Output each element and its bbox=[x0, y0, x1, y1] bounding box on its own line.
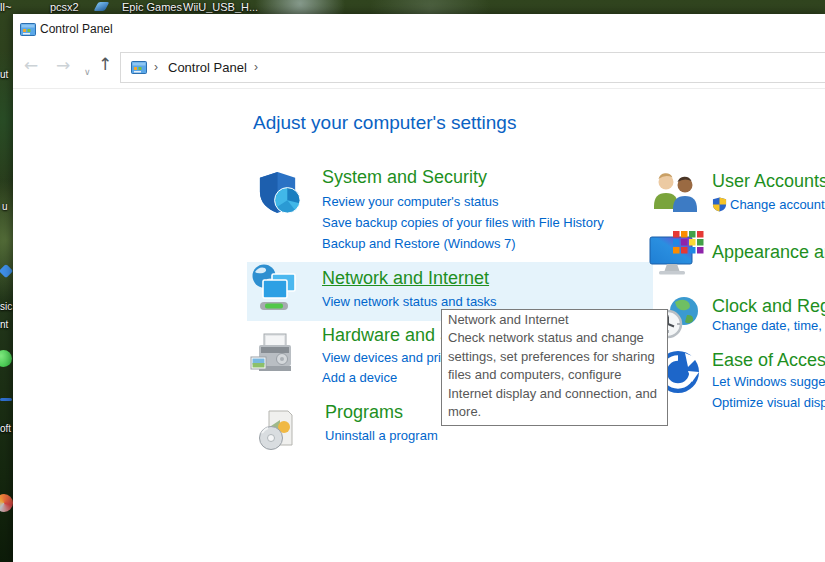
desktop-icon-fragment-bar bbox=[0, 398, 12, 401]
desktop-icon-label-epic-games[interactable]: Epic Games bbox=[122, 1, 182, 14]
recent-pages-dropdown[interactable]: ∨ bbox=[84, 60, 91, 79]
link-add-a-device[interactable]: Add a device bbox=[322, 370, 397, 385]
desktop-label-fragment: nt bbox=[0, 318, 8, 331]
category-user-accounts[interactable]: User Accounts bbox=[712, 171, 825, 192]
category-ease-of-access[interactable]: Ease of Access bbox=[712, 350, 825, 371]
desktop-label-fragment: u bbox=[2, 200, 8, 213]
category-network-and-internet[interactable]: Network and Internet bbox=[322, 268, 489, 289]
link-uninstall-program[interactable]: Uninstall a program bbox=[325, 428, 438, 443]
address-bar[interactable]: › Control Panel › bbox=[120, 52, 825, 83]
control-panel-icon bbox=[131, 60, 147, 76]
breadcrumb-control-panel[interactable]: Control Panel bbox=[168, 60, 247, 75]
link-change-account-type[interactable]: Change account type bbox=[730, 197, 825, 212]
up-button[interactable]: ↑ bbox=[98, 54, 112, 74]
network-internet-tooltip: Network and Internet Check network statu… bbox=[441, 309, 668, 426]
uac-shield-icon bbox=[712, 197, 727, 212]
desktop-icon-label-wiiu-usb[interactable]: WiiU_USB_H... bbox=[183, 1, 258, 14]
category-programs[interactable]: Programs bbox=[325, 402, 403, 423]
desktop-icon-label-pcsx2[interactable]: pcsx2 bbox=[50, 1, 79, 14]
globe-monitors-icon[interactable] bbox=[250, 263, 300, 313]
desktop-label-fragment: ut bbox=[0, 68, 8, 81]
desktop-icon-label[interactable]: ll~ bbox=[0, 1, 11, 14]
monitor-tiles-icon[interactable] bbox=[648, 230, 704, 280]
tooltip-body: Check network status and change settings… bbox=[448, 330, 657, 419]
category-clock-and-region[interactable]: Clock and Region bbox=[712, 296, 825, 317]
software-box-cd-icon[interactable] bbox=[255, 406, 301, 454]
link-view-network-status[interactable]: View network status and tasks bbox=[322, 294, 497, 309]
desktop-label-fragment: oft bbox=[0, 422, 11, 435]
breadcrumb-chevron[interactable]: › bbox=[154, 60, 158, 74]
desktop-label-fragment: sic bbox=[0, 300, 12, 313]
window-title: Control Panel bbox=[40, 22, 113, 36]
link-review-computer-status[interactable]: Review your computer's status bbox=[322, 194, 499, 209]
desktop-icon-fragment-green bbox=[0, 350, 12, 367]
page-title: Adjust your computer's settings bbox=[253, 112, 516, 134]
desktop-icon-fragment-orange bbox=[0, 494, 13, 512]
category-system-and-security[interactable]: System and Security bbox=[322, 167, 487, 188]
control-panel-icon bbox=[20, 22, 36, 38]
two-users-icon[interactable] bbox=[652, 170, 704, 220]
back-button[interactable]: ← bbox=[24, 55, 38, 75]
category-appearance-personalization[interactable]: Appearance and Personalization bbox=[712, 242, 825, 263]
nav-separator bbox=[13, 88, 825, 89]
tooltip-title: Network and Internet bbox=[448, 311, 661, 329]
link-windows-suggest-settings[interactable]: Let Windows suggest settings bbox=[712, 374, 825, 389]
desktop-icon-fragment-blue bbox=[0, 264, 13, 278]
link-file-history[interactable]: Save backup copies of your files with Fi… bbox=[322, 215, 604, 230]
link-backup-restore[interactable]: Backup and Restore (Windows 7) bbox=[322, 236, 516, 251]
breadcrumb-chevron[interactable]: › bbox=[254, 60, 258, 74]
link-change-date-time[interactable]: Change date, time, or number formats bbox=[712, 318, 825, 333]
forward-button[interactable]: → bbox=[56, 55, 70, 75]
printer-icon[interactable] bbox=[248, 330, 302, 382]
shield-pie-icon[interactable] bbox=[256, 169, 303, 216]
link-optimize-visual-display[interactable]: Optimize visual display bbox=[712, 395, 825, 410]
pen-icon bbox=[94, 2, 110, 11]
